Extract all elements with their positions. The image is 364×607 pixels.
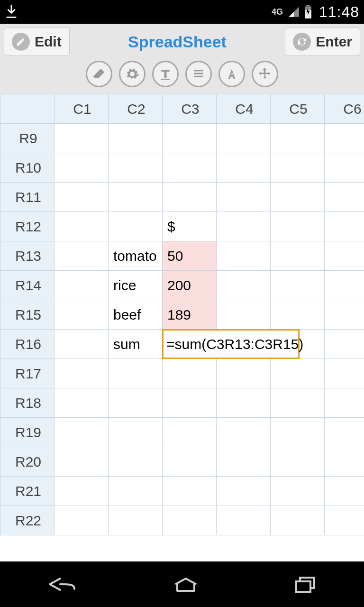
back-button[interactable] [46, 575, 79, 594]
row-header[interactable]: R21 [0, 477, 55, 506]
cell[interactable] [109, 388, 163, 418]
cell[interactable] [325, 506, 364, 535]
column-header[interactable]: C3 [163, 94, 217, 124]
row-header[interactable]: R20 [0, 447, 55, 477]
cell[interactable] [217, 300, 271, 330]
cell[interactable] [55, 506, 109, 535]
row-header[interactable]: R19 [0, 418, 55, 447]
cell[interactable] [55, 183, 109, 212]
cell[interactable] [271, 477, 325, 506]
cell[interactable] [109, 447, 163, 477]
cell[interactable] [325, 388, 364, 418]
cell[interactable] [163, 418, 217, 447]
cell[interactable] [109, 212, 163, 241]
cell[interactable] [325, 212, 364, 241]
gear-icon[interactable] [119, 61, 146, 87]
cell[interactable] [325, 359, 364, 388]
cell[interactable] [109, 359, 163, 388]
cell[interactable] [55, 477, 109, 506]
cell[interactable] [271, 300, 325, 330]
cell[interactable] [163, 183, 217, 212]
cell[interactable] [217, 388, 271, 418]
active-cell-editor[interactable]: =sum(C3R13:C3R15) [162, 329, 300, 359]
cell[interactable]: tomato [109, 241, 163, 271]
cell[interactable] [217, 418, 271, 447]
cell[interactable] [325, 418, 364, 447]
cell[interactable] [55, 418, 109, 447]
enter-button[interactable]: Enter [285, 28, 360, 56]
cell[interactable] [325, 271, 364, 300]
column-header[interactable]: C4 [217, 94, 271, 124]
move-icon[interactable] [252, 61, 278, 87]
row-header[interactable]: R17 [0, 359, 55, 388]
cell[interactable] [325, 300, 364, 330]
cell[interactable]: 50 [163, 241, 217, 271]
cell[interactable] [271, 153, 325, 183]
edit-button[interactable]: Edit [4, 28, 70, 56]
cell[interactable] [325, 330, 364, 359]
home-button[interactable] [172, 575, 200, 594]
cell[interactable]: sum [109, 330, 163, 359]
cell[interactable] [217, 447, 271, 477]
row-header[interactable]: R22 [0, 506, 55, 535]
recent-apps-button[interactable] [292, 575, 318, 594]
cell[interactable] [55, 330, 109, 359]
cell[interactable]: beef [109, 300, 163, 330]
column-header[interactable]: C6 [325, 94, 364, 124]
cell[interactable] [109, 124, 163, 153]
cell[interactable] [271, 183, 325, 212]
cell[interactable]: $ [163, 212, 217, 241]
row-header[interactable]: R14 [0, 271, 55, 300]
cell[interactable] [217, 506, 271, 535]
cell[interactable] [55, 447, 109, 477]
cell[interactable] [325, 183, 364, 212]
cell[interactable] [217, 124, 271, 153]
column-header[interactable]: C1 [55, 94, 109, 124]
cell[interactable] [217, 271, 271, 300]
cell[interactable] [163, 359, 217, 388]
cell[interactable] [217, 183, 271, 212]
row-header[interactable]: R12 [0, 212, 55, 241]
column-header[interactable]: C2 [109, 94, 163, 124]
cell[interactable] [109, 506, 163, 535]
spreadsheet-grid[interactable]: C1C2C3C4C5C6R9R10R11R12$R13tomato50R14ri… [0, 94, 364, 561]
cell[interactable] [163, 153, 217, 183]
cell[interactable] [271, 241, 325, 271]
column-header[interactable]: C5 [271, 94, 325, 124]
row-header[interactable]: R18 [0, 388, 55, 418]
cell[interactable] [163, 388, 217, 418]
cell[interactable] [55, 359, 109, 388]
text-style-icon[interactable] [152, 61, 179, 87]
cell[interactable]: 189 [163, 300, 217, 330]
cell[interactable] [271, 418, 325, 447]
cell[interactable] [163, 477, 217, 506]
cell[interactable] [55, 124, 109, 153]
cell[interactable] [325, 241, 364, 271]
cell[interactable] [55, 300, 109, 330]
cell[interactable] [163, 447, 217, 477]
cell[interactable] [217, 153, 271, 183]
eraser-tool-icon[interactable] [86, 61, 112, 87]
cell[interactable] [271, 388, 325, 418]
cell[interactable] [163, 506, 217, 535]
cell[interactable] [217, 241, 271, 271]
row-header[interactable]: R16 [0, 330, 55, 359]
cell[interactable] [109, 183, 163, 212]
cell[interactable] [271, 359, 325, 388]
cell[interactable] [109, 477, 163, 506]
row-header[interactable]: R15 [0, 300, 55, 330]
cell[interactable] [325, 153, 364, 183]
row-header[interactable]: R13 [0, 241, 55, 271]
cell[interactable] [271, 506, 325, 535]
row-header[interactable]: R9 [0, 124, 55, 153]
row-header[interactable]: R10 [0, 153, 55, 183]
cell[interactable]: 200 [163, 271, 217, 300]
cell[interactable] [55, 271, 109, 300]
cell[interactable] [217, 359, 271, 388]
cell[interactable] [163, 124, 217, 153]
cell[interactable] [271, 124, 325, 153]
cell[interactable] [271, 271, 325, 300]
cell[interactable] [55, 153, 109, 183]
cell[interactable] [217, 477, 271, 506]
cell[interactable] [55, 241, 109, 271]
